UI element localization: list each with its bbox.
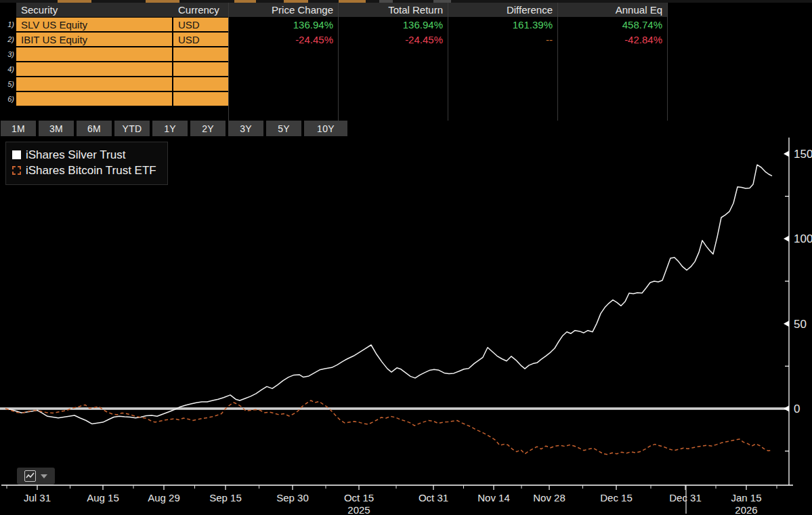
tab-6m[interactable]: 6M — [77, 121, 112, 136]
x-tick-label: Oct 15 — [344, 492, 374, 503]
security-row[interactable]: 5) — [0, 77, 667, 91]
tab-3y[interactable]: 3Y — [228, 121, 263, 136]
y-tick-arrow — [784, 321, 789, 327]
zero-line — [0, 407, 788, 410]
x-tick-label: Oct 31 — [419, 492, 448, 503]
column-header-annual-eq[interactable]: Annual Eq — [557, 3, 667, 17]
value-cell — [448, 62, 557, 76]
x-tick-label: Aug 15 — [87, 492, 119, 503]
security-cell[interactable] — [16, 92, 173, 106]
tab-10y[interactable]: 10Y — [304, 121, 347, 136]
legend-item[interactable]: iShares Bitcoin Trust ETF — [12, 163, 156, 178]
y-tick-label: 100 — [794, 232, 812, 245]
value-cell — [448, 77, 557, 91]
x-tick-label: Jan 15 — [731, 492, 761, 503]
value-cell: 136.94% — [228, 18, 338, 31]
row-number: 3) — [0, 47, 16, 61]
value-cell — [338, 62, 448, 76]
value-cell — [228, 47, 338, 61]
x-tick-label: Nov 14 — [477, 492, 510, 503]
security-cell[interactable]: SLV US Equity — [16, 18, 173, 31]
x-tick-label: Aug 29 — [148, 492, 180, 503]
column-divider — [448, 3, 448, 121]
security-cell[interactable] — [16, 77, 173, 91]
solid-swatch-icon — [12, 150, 21, 159]
value-cell: 136.94% — [338, 18, 448, 31]
y-tick-arrow — [784, 236, 789, 242]
legend-label: iShares Silver Trust — [26, 147, 125, 163]
tab-3m[interactable]: 3M — [39, 121, 74, 136]
period-tab-bar: 1M3M6MYTD1Y2Y3Y5Y10Y — [1, 121, 347, 137]
value-cell: -42.84% — [557, 33, 667, 46]
security-cell[interactable]: IBIT US Equity — [16, 33, 173, 46]
chevron-down-icon — [41, 474, 47, 478]
value-cell — [557, 47, 667, 61]
row-number-gutter — [0, 3, 16, 17]
currency-cell[interactable]: USD — [173, 33, 228, 46]
tab-1y[interactable]: 1Y — [152, 121, 188, 136]
row-number: 6) — [0, 92, 16, 106]
currency-cell[interactable] — [173, 77, 228, 91]
x-tick-label: Sep 15 — [209, 492, 242, 503]
x-tick-label: Dec 15 — [600, 492, 633, 503]
value-cell: -24.45% — [338, 33, 448, 46]
y-tick-arrow — [784, 406, 789, 412]
tab-1m[interactable]: 1M — [1, 121, 36, 136]
value-cell — [228, 77, 338, 91]
security-row[interactable]: 3) — [0, 47, 667, 61]
security-row[interactable]: 1)SLV US EquityUSD136.94%136.94%161.39%4… — [0, 18, 667, 31]
tab-ytd[interactable]: YTD — [114, 121, 150, 136]
y-tick-arrow — [784, 150, 789, 157]
security-row[interactable]: 4) — [0, 62, 667, 76]
value-cell — [338, 92, 448, 106]
legend-item[interactable]: iShares Silver Trust — [12, 147, 156, 163]
comparative-returns-screen: 050100150Jul 31Aug 15Aug 29Sep 15Sep 30O… — [0, 0, 812, 515]
y-tick-label: 50 — [794, 318, 807, 331]
value-cell: 458.74% — [557, 18, 667, 31]
column-divider — [338, 3, 339, 121]
value-cell — [557, 92, 667, 106]
security-row[interactable]: 2)IBIT US EquityUSD-24.45%-24.45%---42.8… — [0, 33, 667, 46]
tab-2y[interactable]: 2Y — [190, 121, 226, 136]
x-tick-label: Nov 28 — [533, 492, 565, 503]
row-number: 2) — [0, 33, 16, 46]
tab-5y[interactable]: 5Y — [266, 121, 301, 136]
value-cell: -24.45% — [228, 33, 338, 46]
security-cell[interactable] — [16, 62, 173, 76]
value-cell — [338, 47, 448, 61]
row-number: 4) — [0, 62, 16, 76]
currency-cell[interactable]: USD — [173, 18, 228, 31]
value-cell — [448, 47, 557, 61]
y-tick-label: 0 — [794, 403, 800, 415]
currency-cell[interactable] — [173, 47, 228, 61]
column-header-total-return[interactable]: Total Return — [338, 3, 448, 17]
year-label: 2026 — [735, 504, 757, 515]
slv-series-line — [5, 165, 772, 424]
value-cell — [228, 92, 338, 106]
value-cell: -- — [448, 33, 557, 46]
y-tick-label: 150 — [794, 148, 812, 161]
row-number: 5) — [0, 77, 16, 91]
currency-cell[interactable] — [173, 62, 228, 76]
year-label: 2025 — [347, 504, 370, 515]
chart-legend: iShares Silver TrustiShares Bitcoin Trus… — [5, 142, 168, 185]
column-header-difference[interactable]: Difference — [448, 3, 557, 17]
column-divider — [667, 3, 668, 121]
column-header-price-change[interactable]: Price Change — [228, 3, 338, 17]
x-tick-label: Sep 30 — [276, 492, 309, 503]
x-tick-label: Dec 31 — [669, 492, 702, 503]
chart-type-button[interactable] — [17, 468, 55, 485]
table-header-row: SecurityCurrencyPrice ChangeTotal Return… — [0, 3, 667, 17]
value-cell — [448, 92, 557, 106]
security-table: SecurityCurrencyPrice ChangeTotal Return… — [0, 3, 667, 107]
dashed-swatch-icon — [12, 166, 21, 175]
currency-cell[interactable] — [173, 92, 228, 106]
column-header-security[interactable]: Security — [16, 3, 173, 17]
column-header-currency[interactable]: Currency — [173, 3, 228, 17]
security-row[interactable]: 6) — [0, 92, 667, 106]
value-cell: 161.39% — [448, 18, 557, 31]
value-cell — [557, 77, 667, 91]
line-chart-icon — [24, 470, 36, 482]
x-tick-label: Jul 31 — [24, 492, 51, 503]
security-cell[interactable] — [16, 47, 173, 61]
